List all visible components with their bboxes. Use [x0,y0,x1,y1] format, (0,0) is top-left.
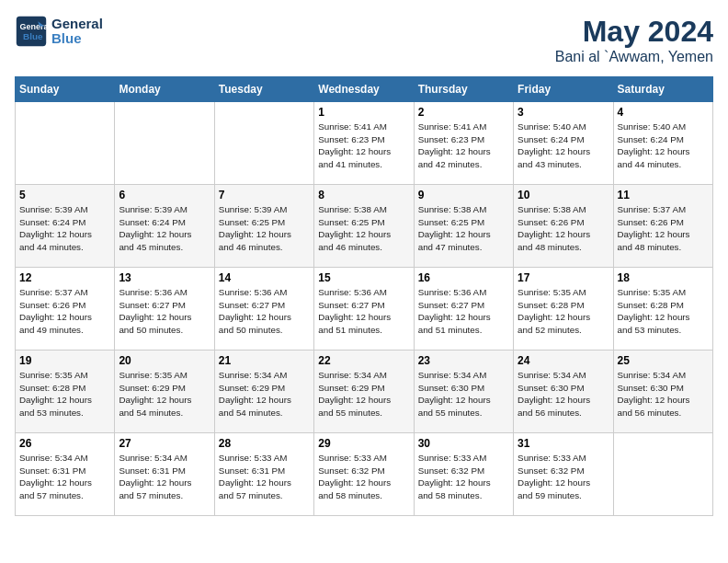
day-number: 29 [318,437,409,450]
day-cell-24: 24Sunrise: 5:34 AMSunset: 6:30 PMDayligh… [514,350,613,433]
day-cell-4: 4Sunrise: 5:40 AMSunset: 6:24 PMDaylight… [613,102,712,185]
day-number: 18 [618,271,709,284]
day-number: 13 [119,271,210,284]
calendar-table: SundayMondayTuesdayWednesdayThursdayFrid… [15,76,713,516]
week-row-3: 12Sunrise: 5:37 AMSunset: 6:26 PMDayligh… [16,268,713,350]
day-info: Sunrise: 5:34 AMSunset: 6:31 PMDaylight:… [19,452,110,502]
day-info: Sunrise: 5:33 AMSunset: 6:32 PMDaylight:… [418,452,509,502]
day-info: Sunrise: 5:38 AMSunset: 6:25 PMDaylight:… [418,203,509,254]
day-info: Sunrise: 5:40 AMSunset: 6:24 PMDaylight:… [518,121,609,171]
day-info: Sunrise: 5:36 AMSunset: 6:27 PMDaylight:… [418,286,509,337]
day-number: 3 [518,106,609,119]
weekday-header-monday: Monday [115,77,214,102]
day-number: 26 [19,437,110,450]
day-info: Sunrise: 5:39 AMSunset: 6:24 PMDaylight:… [19,203,110,254]
day-number: 15 [318,271,409,284]
week-row-1: 1Sunrise: 5:41 AMSunset: 6:23 PMDaylight… [16,102,713,185]
day-cell-1: 1Sunrise: 5:41 AMSunset: 6:23 PMDaylight… [314,102,414,185]
day-info: Sunrise: 5:34 AMSunset: 6:30 PMDaylight:… [518,369,609,419]
day-cell-18: 18Sunrise: 5:35 AMSunset: 6:28 PMDayligh… [613,268,712,350]
weekday-header-tuesday: Tuesday [214,77,313,102]
day-number: 1 [318,106,409,119]
day-number: 27 [119,437,210,450]
day-cell-23: 23Sunrise: 5:34 AMSunset: 6:30 PMDayligh… [414,350,513,433]
empty-cell [613,433,712,516]
day-number: 2 [418,106,509,119]
day-cell-7: 7Sunrise: 5:39 AMSunset: 6:25 PMDaylight… [214,185,313,268]
day-info: Sunrise: 5:36 AMSunset: 6:27 PMDaylight:… [119,286,210,337]
week-row-2: 5Sunrise: 5:39 AMSunset: 6:24 PMDaylight… [16,185,713,268]
day-number: 10 [518,189,609,201]
location-title: Bani al `Awwam, Yemen [555,49,713,65]
day-number: 4 [618,106,709,119]
day-cell-8: 8Sunrise: 5:38 AMSunset: 6:25 PMDaylight… [314,185,414,268]
day-number: 8 [318,189,409,201]
day-cell-16: 16Sunrise: 5:36 AMSunset: 6:27 PMDayligh… [414,268,513,350]
day-info: Sunrise: 5:38 AMSunset: 6:26 PMDaylight:… [518,203,609,254]
day-info: Sunrise: 5:35 AMSunset: 6:29 PMDaylight:… [119,369,210,419]
day-number: 6 [119,189,210,201]
weekday-header-saturday: Saturday [613,77,712,102]
day-info: Sunrise: 5:41 AMSunset: 6:23 PMDaylight:… [418,121,509,171]
day-info: Sunrise: 5:37 AMSunset: 6:26 PMDaylight:… [19,286,110,337]
day-number: 25 [618,354,709,367]
day-cell-19: 19Sunrise: 5:35 AMSunset: 6:28 PMDayligh… [16,350,115,433]
day-info: Sunrise: 5:33 AMSunset: 6:32 PMDaylight:… [518,452,609,502]
day-info: Sunrise: 5:35 AMSunset: 6:28 PMDaylight:… [19,369,110,419]
day-number: 12 [19,271,110,284]
day-cell-15: 15Sunrise: 5:36 AMSunset: 6:27 PMDayligh… [314,268,414,350]
logo: General Blue General Blue [15,15,103,48]
day-info: Sunrise: 5:33 AMSunset: 6:31 PMDaylight:… [219,452,310,502]
day-number: 21 [219,354,310,367]
day-number: 16 [418,271,509,284]
day-info: Sunrise: 5:33 AMSunset: 6:32 PMDaylight:… [318,452,409,502]
day-number: 11 [618,189,709,201]
day-cell-22: 22Sunrise: 5:34 AMSunset: 6:29 PMDayligh… [314,350,414,433]
day-cell-11: 11Sunrise: 5:37 AMSunset: 6:26 PMDayligh… [613,185,712,268]
day-info: Sunrise: 5:40 AMSunset: 6:24 PMDaylight:… [618,121,709,171]
day-number: 31 [518,437,609,450]
day-cell-17: 17Sunrise: 5:35 AMSunset: 6:28 PMDayligh… [514,268,613,350]
month-title: May 2024 [555,15,713,49]
day-number: 23 [418,354,509,367]
empty-cell [16,102,115,185]
day-cell-13: 13Sunrise: 5:36 AMSunset: 6:27 PMDayligh… [115,268,214,350]
day-cell-27: 27Sunrise: 5:34 AMSunset: 6:31 PMDayligh… [115,433,214,516]
day-cell-28: 28Sunrise: 5:33 AMSunset: 6:31 PMDayligh… [214,433,313,516]
day-info: Sunrise: 5:41 AMSunset: 6:23 PMDaylight:… [318,121,409,171]
svg-text:Blue: Blue [23,31,43,41]
day-cell-21: 21Sunrise: 5:34 AMSunset: 6:29 PMDayligh… [214,350,313,433]
empty-cell [115,102,214,185]
day-cell-2: 2Sunrise: 5:41 AMSunset: 6:23 PMDaylight… [414,102,513,185]
day-number: 22 [318,354,409,367]
day-number: 20 [119,354,210,367]
week-row-5: 26Sunrise: 5:34 AMSunset: 6:31 PMDayligh… [16,433,713,516]
day-number: 5 [19,189,110,201]
day-info: Sunrise: 5:36 AMSunset: 6:27 PMDaylight:… [318,286,409,337]
day-cell-20: 20Sunrise: 5:35 AMSunset: 6:29 PMDayligh… [115,350,214,433]
weekday-header-friday: Friday [514,77,613,102]
day-info: Sunrise: 5:34 AMSunset: 6:30 PMDaylight:… [618,369,709,419]
day-info: Sunrise: 5:34 AMSunset: 6:29 PMDaylight:… [219,369,310,419]
day-cell-31: 31Sunrise: 5:33 AMSunset: 6:32 PMDayligh… [514,433,613,516]
calendar-body: 1Sunrise: 5:41 AMSunset: 6:23 PMDaylight… [16,102,713,516]
day-cell-26: 26Sunrise: 5:34 AMSunset: 6:31 PMDayligh… [16,433,115,516]
day-number: 9 [418,189,509,201]
day-info: Sunrise: 5:39 AMSunset: 6:24 PMDaylight:… [119,203,210,254]
day-info: Sunrise: 5:34 AMSunset: 6:29 PMDaylight:… [318,369,409,419]
title-block: May 2024 Bani al `Awwam, Yemen [555,15,713,65]
day-number: 7 [219,189,310,201]
day-info: Sunrise: 5:37 AMSunset: 6:26 PMDaylight:… [618,203,709,254]
day-cell-25: 25Sunrise: 5:34 AMSunset: 6:30 PMDayligh… [613,350,712,433]
day-info: Sunrise: 5:35 AMSunset: 6:28 PMDaylight:… [518,286,609,337]
empty-cell [214,102,313,185]
page-header: General Blue General Blue May 2024 Bani … [15,15,713,65]
day-cell-9: 9Sunrise: 5:38 AMSunset: 6:25 PMDaylight… [414,185,513,268]
day-cell-30: 30Sunrise: 5:33 AMSunset: 6:32 PMDayligh… [414,433,513,516]
day-cell-6: 6Sunrise: 5:39 AMSunset: 6:24 PMDaylight… [115,185,214,268]
weekday-header-row: SundayMondayTuesdayWednesdayThursdayFrid… [16,77,713,102]
logo-icon: General Blue [15,15,48,48]
day-info: Sunrise: 5:39 AMSunset: 6:25 PMDaylight:… [219,203,310,254]
weekday-header-wednesday: Wednesday [314,77,414,102]
day-cell-12: 12Sunrise: 5:37 AMSunset: 6:26 PMDayligh… [16,268,115,350]
